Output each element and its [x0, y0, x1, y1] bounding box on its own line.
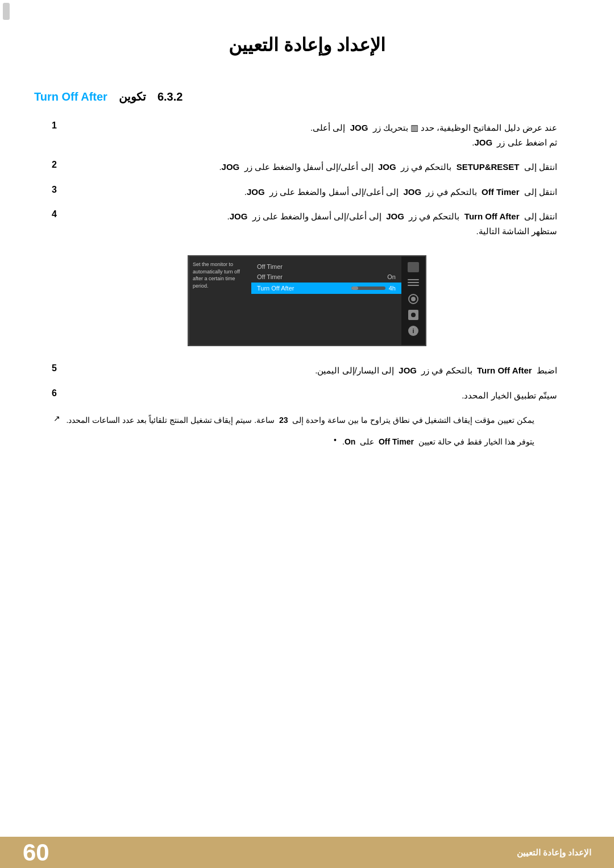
step-1: عند عرض دليل المفاتيح الوظيفية، حدد ▥ بت… — [34, 121, 557, 149]
step-2-text: انتقل إلى SETUP&RESET بالتحكم في زر JOG … — [57, 160, 557, 175]
sidebar-icon-3 — [405, 293, 421, 305]
step-6: سيتّم تطبيق الخيار المحدد. 6 — [34, 388, 557, 403]
bullet-icon-2: • — [325, 435, 337, 445]
line-1 — [408, 279, 419, 280]
menu-item-off-timer-label: Off Timer — [257, 273, 283, 280]
bullet-item-2: يتوفر هذا الخيار فقط في حالة تعيين Off T… — [34, 435, 534, 449]
sidebar-icon-1 — [405, 261, 421, 273]
menu-icon — [408, 262, 419, 272]
progress-bar — [351, 286, 385, 290]
footer-number: 60 — [23, 841, 49, 865]
bullet-points: يمكن تعيين مؤقت إيقاف التشغيل في نطاق يت… — [34, 414, 580, 449]
step-5-text: اضبط Turn Off After بالتحكم في زر JOG إل… — [57, 363, 557, 378]
bullet-1-text: يمكن تعيين مؤقت إيقاف التشغيل في نطاق يت… — [66, 414, 534, 427]
bullet-2-text: يتوفر هذا الخيار فقط في حالة تعيين Off T… — [342, 435, 534, 449]
step-1-number: 1 — [40, 121, 57, 131]
step-6-text: سيتّم تطبيق الخيار المحدد. — [57, 388, 557, 403]
side-desc-text: Set the monitor to automatically turn of… — [193, 261, 248, 289]
page-title: الإعداد وإعادة التعيين — [34, 34, 580, 56]
line-2 — [408, 282, 419, 283]
inner-circle — [411, 297, 416, 301]
step-5: اضبط Turn Off After بالتحكم في زر JOG إل… — [34, 363, 557, 378]
menu-item-turn-off-after-label: Turn Off After — [257, 285, 294, 292]
step-1-text: عند عرض دليل المفاتيح الوظيفية، حدد ▥ بت… — [57, 121, 557, 149]
gear-icon — [408, 310, 418, 320]
screen-mockup-container: i Off Timer Off Timer On Turn Off After — [34, 255, 580, 346]
menu-item-turn-off-after-value: 4h — [389, 285, 396, 292]
circle-icon — [408, 294, 418, 304]
menu-area: Off Timer Off Timer On Turn Off After 4h — [251, 256, 401, 345]
info-icon: i — [408, 326, 418, 336]
lines-icon — [408, 279, 419, 287]
step-2-number: 2 — [40, 160, 57, 170]
bullet-item-1: يمكن تعيين مؤقت إيقاف التشغيل في نطاق يت… — [34, 414, 534, 427]
step-6-number: 6 — [40, 388, 57, 398]
step-4-text: انتقل إلى Turn Off After بالتحكم في زر J… — [57, 209, 557, 238]
menu-item-turn-off-after: Turn Off After 4h — [251, 283, 401, 294]
side-description: Set the monitor to automatically turn of… — [189, 256, 251, 345]
sidebar-icon-5: i — [405, 325, 421, 337]
section-title-ar: تكوين — [119, 90, 146, 103]
step-3-number: 3 — [40, 185, 57, 195]
step-3-text: انتقل إلى Off Timer بالتحكم في زر JOG إل… — [57, 185, 557, 200]
section-title-en: Turn Off After — [34, 90, 107, 103]
progress-bar-fill — [351, 286, 358, 290]
progress-bar-container: 4h — [351, 285, 396, 292]
step-4: انتقل إلى Turn Off After بالتحكم في زر J… — [34, 209, 557, 238]
gear-center — [411, 313, 416, 317]
sidebar-icon-2 — [405, 277, 421, 289]
screen-mockup: i Off Timer Off Timer On Turn Off After — [188, 255, 426, 346]
steps-container: عند عرض دليل المفاتيح الوظيفية، حدد ▥ بت… — [34, 121, 580, 238]
footer: الإعداد وإعادة التعيين 60 — [0, 837, 614, 868]
menu-item-off-timer: Off Timer On — [251, 271, 401, 283]
step-2: انتقل إلى SETUP&RESET بالتحكم في زر JOG … — [34, 160, 557, 175]
section-header: Turn Off After تكوين 6.3.2 — [34, 90, 580, 103]
bullet-icon-1: ↗ — [49, 414, 60, 423]
menu-header: Off Timer — [251, 261, 401, 271]
steps-after-image: اضبط Turn Off After بالتحكم في زر JOG إل… — [34, 363, 580, 402]
section-number: 6.3.2 — [157, 90, 182, 103]
step-3: انتقل إلى Off Timer بالتحكم في زر JOG إل… — [34, 185, 557, 200]
sidebar-icon-4 — [405, 309, 421, 321]
step-4-number: 4 — [40, 209, 57, 219]
menu-item-off-timer-value: On — [387, 273, 396, 280]
step-5-number: 5 — [40, 363, 57, 373]
sidebar-icons: i — [401, 256, 425, 345]
scroll-indicator — [3, 3, 10, 20]
footer-text: الإعداد وإعادة التعيين — [517, 848, 591, 858]
page-container: الإعداد وإعادة التعيين Turn Off After تك… — [0, 0, 614, 868]
line-3 — [408, 285, 419, 286]
